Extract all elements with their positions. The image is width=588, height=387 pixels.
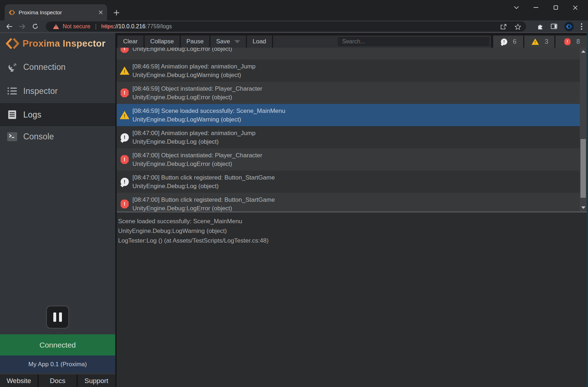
sidebar-item-console[interactable]: Console [0,128,115,145]
button-label: Load [253,38,266,45]
url-separator: | [95,23,96,30]
warning-icon [531,38,539,45]
window-close-icon[interactable] [565,0,585,15]
sidebar-footer: WebsiteDocsSupport [0,374,115,387]
log-row[interactable]: [08:47:00] Object instantiated: Player_C… [117,148,580,171]
sidebar-item-connection[interactable]: Connection [0,58,115,76]
save-dropdown-caret-icon[interactable] [234,40,240,43]
log-row[interactable]: [08:46:59] Object instantiated: Player_C… [117,82,580,104]
save-button[interactable]: Save [210,35,246,48]
warning-filter-badge[interactable]: 3 [524,35,554,48]
share-icon[interactable] [500,24,507,30]
error-icon [564,38,571,45]
scroll-up-icon[interactable] [580,48,587,54]
log-message: [08:46:59] Scene loaded successfully: Sc… [132,107,580,115]
footer-link-website[interactable]: Website [0,374,38,387]
pause-button[interactable]: Pause [181,35,209,48]
error-count: 8 [576,38,580,46]
log-message: [08:47:00] Button click registered: Butt… [132,196,580,204]
scroll-down-icon[interactable] [580,205,587,211]
log-trace: UnityEngine.Debug:LogWarning (object) [132,116,580,123]
log-row[interactable]: [08:47:00] Button click registered: Butt… [117,171,580,193]
log-icon-column [117,155,132,164]
browser-tab[interactable]: Proxima Inspector [5,4,107,20]
extensions-puzzle-icon[interactable] [537,23,544,30]
log-row[interactable]: UnityEngine.Debug:LogError (object) [117,48,580,59]
log-message: [08:46:59] Animation played: animation_J… [132,63,580,70]
log-text: [08:46:59] Scene loaded successfully: Sc… [132,107,580,123]
log-message: [08:47:00] Object instantiated: Player_C… [132,152,580,159]
satellite-icon [6,62,18,72]
log-text: [08:47:00] Object instantiated: Player_C… [132,152,580,168]
url-path: :7759/logs [145,23,172,30]
log-detail-pane: Scene loaded successfully: Scene_MainMen… [117,212,588,387]
connection-status-badge: Connected [0,334,115,355]
log-icon-column [117,89,132,97]
tab-title: Proxima Inspector [19,9,95,15]
reload-icon[interactable] [29,22,42,32]
side-panel-icon[interactable] [551,24,557,29]
back-icon[interactable] [3,22,16,32]
log-icon-column [117,133,132,142]
load-button[interactable]: Load [247,35,272,48]
sidebar: Proxima Inspector ConnectionInspectorLog… [0,33,115,387]
new-tab-button[interactable] [111,7,122,18]
proxima-favicon-icon [9,10,15,15]
bookmark-star-icon[interactable] [515,24,521,30]
tab-close-icon[interactable] [99,10,103,14]
footer-link-support[interactable]: Support [78,374,115,387]
browser-menu-icon[interactable] [581,23,582,30]
error-filter-badge[interactable]: 8 [555,35,588,48]
error-icon [121,200,129,209]
window-maximize-icon[interactable] [546,0,565,15]
button-label: Save [216,38,230,45]
window-minimize-icon[interactable] [526,0,546,15]
sidebar-item-label: Connection [23,62,65,72]
terminal-icon [6,132,18,142]
sidebar-item-label: Logs [23,110,42,120]
app-label: My App 0.1 (Proxima) [0,355,115,373]
log-list[interactable]: UnityEngine.Debug:LogError (object)[08:4… [117,48,580,211]
url-host: ://10.0.0.216 [113,23,145,30]
footer-link-docs[interactable]: Docs [39,374,76,387]
sidebar-item-label: Inspector [23,86,58,96]
log-trace: UnityEngine.Debug:LogError (object) [132,48,580,53]
window-menu-chevron-icon[interactable] [506,0,526,15]
detail-line: Scene loaded successfully: Scene_MainMen… [118,216,588,226]
browser-tabstrip: Proxima Inspector [0,0,588,20]
sidebar-item-logs[interactable]: Logs [0,103,115,126]
log-text: UnityEngine.Debug:LogError (object) [132,48,580,53]
log-message: [08:47:00] Animation played: animation_J… [132,129,580,137]
not-secure-label[interactable]: Not secure [63,23,90,30]
pause-stream-button[interactable] [46,306,69,329]
scrollbar-thumb[interactable] [580,139,586,198]
log-text: [08:47:00] Button click registered: Butt… [132,196,580,212]
log-row[interactable]: [08:46:59] Animation played: animation_J… [117,59,580,82]
clear-button[interactable]: Clear [117,35,144,48]
search-input[interactable] [338,37,490,46]
log-icon-column [117,67,132,75]
log-text: [08:47:00] Button click registered: Butt… [132,174,580,190]
log-text: [08:46:59] Object instantiated: Player_C… [132,85,580,101]
info-filter-badge[interactable]: 6 [493,35,523,48]
omnibox[interactable]: Not secure | https://10.0.0.216:7759/log… [46,22,526,32]
collapse-button[interactable]: Collapse [145,35,180,48]
not-secure-warning-icon[interactable] [53,24,59,29]
url-scheme: https [101,23,114,30]
button-label: Collapse [150,38,174,45]
log-text: [08:47:00] Animation played: animation_J… [132,129,580,145]
info-count: 6 [513,38,516,46]
log-row[interactable]: [08:47:00] Button click registered: Butt… [117,193,580,211]
forward-icon[interactable] [16,22,29,32]
warning-count: 3 [545,38,548,46]
document-icon [6,110,18,120]
sidebar-item-inspector[interactable]: Inspector [0,82,115,100]
error-icon [121,48,129,53]
info-icon [121,133,129,142]
log-row[interactable]: [08:47:00] Animation played: animation_J… [117,126,580,148]
log-list-scrollbar[interactable] [580,48,587,211]
info-icon [501,38,507,45]
log-row-selected[interactable]: [08:46:59] Scene loaded successfully: Sc… [117,104,580,126]
profile-avatar[interactable] [564,22,574,31]
log-message: [08:46:59] Object instantiated: Player_C… [132,85,580,92]
